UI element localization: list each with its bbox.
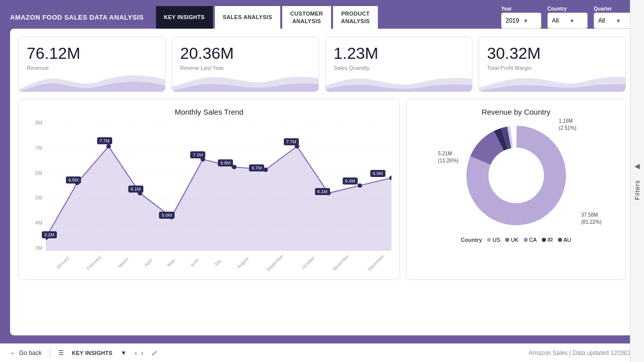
bottom-bar: ← Go back ☰ KEY INSIGHTS ▼ ‹ › ⤢ Amazon …: [0, 343, 644, 362]
header: AMAZON FOOD SALES DATA ANALYSIS KEY INSI…: [0, 0, 644, 29]
nav-icon: ☰: [58, 349, 64, 356]
donut-svg: [461, 120, 572, 231]
year-filter-group: Year 2019 ▼: [501, 6, 541, 29]
quarter-filter-select[interactable]: All ▼: [594, 13, 634, 29]
quarter-filter-value: All: [598, 17, 612, 24]
legend-ca: CA: [524, 237, 537, 243]
legend-ir: IR: [542, 237, 553, 243]
legend-label-au: AU: [564, 237, 571, 243]
x-label-oct: October: [301, 255, 316, 270]
legend-dot-au: [558, 238, 562, 242]
donut-area: 1.16M(2.51%) 5.21M(11.26%) 37.58M(81.22%…: [415, 120, 617, 243]
legend-label-ir: IR: [547, 237, 553, 243]
kpi-row: 76.12M Revenue 20.36M Revene Last Year: [18, 37, 626, 92]
country-legend: Country US UK CA: [461, 237, 571, 243]
legend-dot-us: [487, 238, 491, 242]
prev-page-button[interactable]: ‹: [135, 349, 137, 357]
kpi-revenue-value: 76.12M: [27, 44, 157, 63]
bottom-right-info: Amazon Sales | Data updated 12/28/21: [529, 349, 634, 356]
kpi-pm-value: 30.32M: [487, 44, 617, 63]
y-axis: 8M 7M 6M 5M 4M 3M: [27, 120, 44, 251]
kpi-sq-value: 1.23M: [334, 44, 464, 63]
legend-label-us: US: [493, 237, 500, 243]
svg-point-14: [263, 167, 268, 172]
y-label-8m: 8M: [27, 120, 44, 126]
donut-annotation-us: 37.58M(81.22%): [581, 212, 602, 226]
content-area: 76.12M Revenue 20.36M Revene Last Year: [0, 29, 644, 343]
kpi-profit-margin: 30.32M Total Profit Margin: [478, 37, 626, 92]
back-button[interactable]: ← Go back: [10, 349, 42, 356]
year-chevron-icon: ▼: [523, 18, 537, 24]
country-filter-value: All: [552, 17, 566, 24]
donut-center: [489, 148, 544, 203]
year-filter-select[interactable]: 2019 ▼: [501, 13, 541, 29]
svg-point-9: [106, 144, 111, 149]
svg-marker-6: [46, 146, 391, 251]
x-label-aug: August: [236, 256, 250, 269]
filters-panel-label[interactable]: Filters: [634, 180, 641, 200]
x-axis: January February March April May June Ju…: [46, 251, 391, 266]
svg-point-16: [326, 191, 331, 196]
donut-chart-title: Revenue by Country: [415, 108, 617, 116]
x-label-jan: January: [55, 255, 70, 270]
donut-annotation-uk: 5.21M(11.26%): [438, 150, 459, 164]
x-label-feb: February: [86, 254, 102, 271]
legend-au: AU: [558, 237, 571, 243]
tab-sales-analysis[interactable]: SALES ANALYSIS: [215, 6, 280, 29]
legend-title: Country: [461, 237, 482, 243]
donut-annotation-ca: 1.16M(2.51%): [559, 118, 577, 132]
filters-row: Year 2019 ▼ Country All ▼ Quarter All ▼: [501, 6, 634, 29]
tab-key-insights[interactable]: KEY INSIGHTS: [156, 6, 213, 29]
legend-uk: UK: [505, 237, 518, 243]
monthly-chart-title: Monthly Sales Trend: [27, 108, 391, 116]
legend-us: US: [487, 237, 500, 243]
collapse-icon[interactable]: ◀: [634, 162, 640, 170]
x-label-mar: March: [117, 256, 130, 269]
data-source-info: Amazon Sales | Data updated 12/28/21: [529, 349, 634, 356]
y-label-3m: 3M: [27, 245, 44, 251]
kpi-sales-qty: 1.23M Sales Quantity: [325, 37, 472, 92]
monthly-sales-chart: Monthly Sales Trend 8M 7M 6M 5M 4M 3M: [18, 99, 400, 280]
donut-wrap: 1.16M(2.51%) 5.21M(11.26%) 37.58M(81.22%…: [461, 120, 572, 231]
x-label-jun: June: [189, 257, 200, 268]
expand-icon[interactable]: ⤢: [151, 349, 157, 357]
y-label-6m: 6M: [27, 170, 44, 176]
x-label-apr: April: [143, 258, 153, 268]
kpi-revenue-last-year: 20.36M Revene Last Year: [172, 37, 319, 92]
x-label-sep: September: [265, 253, 284, 272]
svg-point-13: [232, 165, 236, 169]
country-filter-label: Country: [547, 6, 588, 12]
quarter-filter-label: Quarter: [594, 6, 634, 12]
svg-point-8: [75, 180, 79, 185]
bottom-nav-chevron[interactable]: ▼: [121, 349, 127, 356]
svg-point-15: [295, 144, 299, 149]
country-filter-group: Country All ▼: [547, 6, 588, 29]
quarter-chevron-icon: ▼: [616, 18, 629, 24]
app-title: AMAZON FOOD SALES DATA ANALYSIS: [10, 14, 144, 21]
legend-dot-ca: [524, 238, 528, 242]
kpi-revenue: 76.12M Revenue: [18, 37, 166, 92]
right-panel[interactable]: ◀ Filters: [630, 0, 644, 362]
next-page-button[interactable]: ›: [141, 349, 143, 357]
tab-product-analysis[interactable]: PRODUCTANALYSIS: [333, 6, 378, 29]
nav-tabs: KEY INSIGHTS SALES ANALYSIS CUSTOMERANAL…: [156, 6, 378, 29]
legend-label-ca: CA: [529, 237, 537, 243]
svg-point-17: [358, 184, 362, 188]
tab-customer-analysis[interactable]: CUSTOMERANALYSIS: [282, 6, 331, 29]
svg-point-11: [169, 215, 174, 220]
bottom-separator: [50, 348, 50, 358]
x-label-may: May: [167, 258, 176, 267]
country-filter-select[interactable]: All ▼: [547, 13, 588, 29]
y-label-4m: 4M: [27, 220, 44, 226]
year-filter-value: 2019: [506, 17, 519, 24]
back-arrow-icon: ←: [10, 349, 16, 356]
svg-point-12: [200, 157, 205, 162]
year-filter-label: Year: [501, 6, 541, 12]
dashboard: 76.12M Revenue 20.36M Revene Last Year: [10, 29, 634, 335]
quarter-filter-group: Quarter All ▼: [594, 6, 634, 29]
legend-label-uk: UK: [511, 237, 518, 243]
x-label-jul: July: [213, 258, 222, 267]
kpi-rly-value: 20.36M: [180, 44, 310, 63]
country-chevron-icon: ▼: [570, 18, 583, 24]
legend-dot-ir: [542, 238, 546, 242]
